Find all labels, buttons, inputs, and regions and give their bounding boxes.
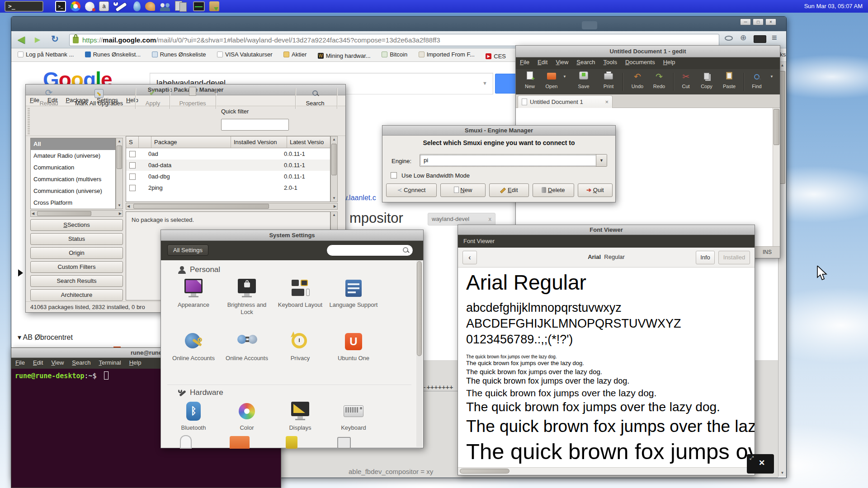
settings-item-keyboard-layout[interactable]: Keyboard Layout (274, 278, 326, 309)
settings-item-brightness-lock[interactable]: Brightness and Lock (221, 278, 273, 316)
open-button[interactable]: Open (542, 71, 561, 89)
delete-button[interactable]: Delete (533, 183, 574, 197)
menu-help[interactable]: Help (659, 57, 679, 67)
find-button[interactable]: Find (748, 71, 765, 89)
water-drop-icon[interactable] (133, 1, 141, 11)
gmail-label-chip[interactable]: wayland-devel x (428, 213, 495, 225)
chrome-icon[interactable] (71, 1, 80, 11)
bookmark-item[interactable]: VISA Valutakurser (217, 51, 273, 58)
back-button[interactable]: ◀ (18, 34, 25, 45)
open-caret[interactable]: ▼ (562, 71, 567, 84)
settings-item-color[interactable]: Color (221, 401, 273, 432)
sphere-icon[interactable] (85, 2, 94, 11)
menu-search[interactable]: Search (68, 358, 94, 367)
info-button[interactable]: Info (696, 251, 715, 264)
column-header-latest[interactable]: Latest Versio (287, 136, 330, 148)
menu-file[interactable]: File (516, 57, 533, 67)
custom-filters-button[interactable]: Custom Filters (30, 261, 123, 273)
settings-item-online-accounts-2[interactable]: Online Accounts (221, 331, 273, 362)
architecture-button[interactable]: Architecture (30, 289, 123, 301)
scroll-right-icon[interactable]: ▶ (119, 211, 122, 217)
caret-down-icon[interactable]: ▼ (482, 80, 487, 86)
settings-search-input[interactable] (326, 244, 413, 256)
settings-item-displays[interactable]: Displays (274, 401, 326, 432)
category-item[interactable]: Communication (31, 162, 115, 174)
window-titlebar[interactable]: System Settings (161, 230, 423, 241)
category-hscrollbar[interactable]: ◀ ▶ (30, 210, 123, 217)
font-hscrollbar[interactable] (458, 467, 755, 475)
menu-view[interactable]: View (552, 57, 572, 67)
row-checkbox[interactable] (129, 151, 136, 157)
bookmark-item[interactable]: WMining hardwar... (318, 52, 371, 59)
character-key-icon[interactable]: à (99, 1, 109, 11)
table-row[interactable]: 0ad0.0.11-1 (126, 148, 330, 160)
menu-terminal[interactable]: Terminal (95, 358, 125, 367)
document-tab[interactable]: Untitled Document 1 × (518, 95, 613, 108)
zoom-icon[interactable]: ⊕ (740, 33, 746, 42)
save-button[interactable]: Save (574, 71, 594, 89)
new-tab-button[interactable] (582, 21, 597, 29)
refresh-button[interactable]: ↻ (51, 33, 59, 44)
connect-button[interactable]: ≺ Connect (386, 183, 437, 197)
package-table[interactable]: S Package Installed Version Latest Versi… (126, 136, 330, 202)
keyboard-icon[interactable] (754, 35, 766, 43)
bookmark-item[interactable]: Runes Ønskelist... (85, 51, 141, 58)
category-scrollbar[interactable]: ▲ ▼ (116, 138, 123, 209)
settings-scrollbar[interactable] (416, 260, 422, 447)
shell-icon[interactable] (145, 2, 155, 11)
scrollbar-thumb[interactable] (117, 145, 122, 169)
table-hscrollbar[interactable]: ◀ ▶ (126, 203, 338, 210)
properties-button[interactable]: Properties (174, 87, 211, 107)
low-bandwidth-checkbox[interactable] (391, 172, 397, 178)
expand-icon[interactable]: ⤢ (750, 455, 754, 461)
search-results-button[interactable]: Search Results (30, 275, 123, 287)
category-item-selected[interactable]: All (31, 138, 115, 150)
category-item[interactable]: Amateur Radio (universe) (31, 150, 115, 162)
scrollbar-thumb[interactable] (460, 469, 509, 474)
settings-item-ubuntu-one[interactable]: U Ubuntu One (327, 331, 380, 362)
column-header-installed[interactable]: Installed Version (231, 136, 287, 148)
panel-clock[interactable]: Sun Mar 03, 05:07 AM (804, 0, 863, 13)
status-button[interactable]: Status (30, 233, 123, 245)
package-icon[interactable] (209, 1, 219, 11)
column-header-package[interactable]: Package (151, 136, 231, 148)
settings-item-language-support[interactable]: Language Support (327, 278, 380, 309)
folder-icon[interactable] (230, 436, 250, 449)
row-checkbox[interactable] (129, 185, 136, 191)
scroll-up-icon[interactable]: ▲ (331, 136, 337, 143)
toolbar-overflow[interactable]: ▼ (769, 71, 774, 84)
scroll-down-icon[interactable]: ▼ (778, 469, 786, 477)
column-header-s[interactable]: S (126, 136, 139, 148)
installed-button[interactable]: Installed (718, 251, 750, 264)
paste-button[interactable]: Paste (719, 71, 739, 89)
bookmark-item[interactable]: Log på Netbank ... (18, 51, 74, 58)
users-icon[interactable] (160, 1, 170, 11)
settings-item-appearance[interactable]: Appearance (167, 278, 220, 309)
all-settings-button[interactable]: All Settings (167, 244, 208, 256)
redo-button[interactable]: ↷Redo (650, 71, 669, 89)
row-checkbox[interactable] (129, 162, 136, 169)
bookmark-item[interactable]: Runes Ønskeliste (152, 51, 206, 58)
menu-file[interactable]: File (11, 358, 29, 367)
menu-help[interactable]: Help (125, 358, 146, 367)
print-button[interactable]: Print (599, 71, 618, 89)
cut-button[interactable]: ✂Cut (678, 71, 694, 89)
settings-item-keyboard[interactable]: Keyboard (327, 401, 380, 432)
system-monitor-icon[interactable] (193, 1, 205, 11)
scrollbar-thumb[interactable] (774, 109, 779, 145)
new-button[interactable]: New (440, 183, 486, 197)
scroll-left-icon[interactable]: ◀ (32, 211, 34, 217)
chip-close-icon[interactable]: x (489, 213, 492, 225)
row-checkbox[interactable] (129, 174, 136, 180)
reader-eye-icon[interactable] (725, 36, 733, 41)
reload-button[interactable]: ⟳Reload (34, 87, 64, 107)
terminal-window-button[interactable]: >_ (5, 1, 43, 12)
gmail-sidebar-label[interactable]: ▾ AB Øbrocentret (18, 333, 73, 342)
menu-documents[interactable]: Documents (621, 57, 659, 67)
scrollbar-thumb[interactable] (417, 261, 422, 356)
scrollbar-thumb[interactable] (133, 204, 269, 209)
close-icon[interactable]: ✕ (759, 458, 765, 468)
scroll-down-icon[interactable]: ▼ (116, 202, 123, 209)
mouse-icon[interactable] (180, 435, 192, 449)
tab-close-icon[interactable]: × (605, 99, 609, 105)
